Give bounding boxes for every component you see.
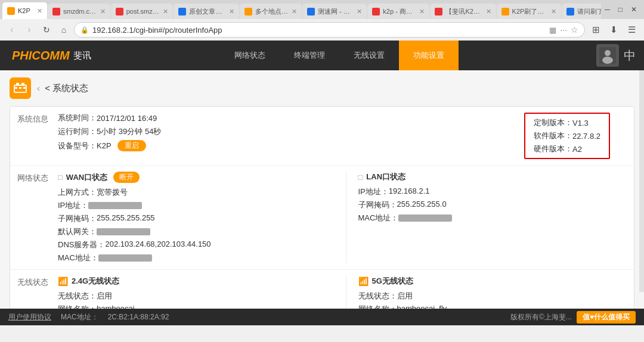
wan-mac-value [98, 254, 152, 262]
wan-title-row: □ WAN口状态 断开 [58, 172, 334, 183]
window-maximize[interactable]: □ [615, 5, 626, 14]
tab-favicon-feixin [435, 8, 442, 15]
ellipsis-icon: ··· [560, 25, 567, 35]
software-version-value: 22.7.8.2 [572, 132, 600, 141]
nav-forward[interactable]: › [22, 23, 36, 37]
custom-version-label: 定制版本： [534, 117, 572, 128]
wan-subnet-label: 子网掩码： [58, 213, 97, 224]
lan-mac-row: MAC地址： [358, 213, 634, 223]
model-label: 设备型号： [58, 141, 97, 151]
toolbar-right: ⊞ ⬇ ☰ [588, 22, 639, 38]
tab-label-k2p: K2P [18, 7, 34, 14]
band5-status-label: 无线状态： [358, 291, 397, 301]
band5-title-row: 📶 5G无线状态 [358, 276, 634, 287]
uptime-row: 运行时间： 5小时 39分钟 54秒 [58, 126, 161, 137]
nav-refresh[interactable]: ↻ [39, 23, 54, 37]
tab-close-smzdm2[interactable]: ✕ [163, 8, 168, 15]
nav-link-wireless[interactable]: 无线设置 [339, 41, 399, 70]
wan-dns-row: DNS服务器： 202.103.24.68,202.103.44.150 [58, 240, 334, 250]
brand-badge: 值♥什么值得买 [577, 311, 636, 324]
tab-feixin[interactable]: 【斐讯K2P】 ✕ [430, 4, 496, 19]
sysinfo-left: 系统时间： 2017/12/01 16:49 运行时间： 5小时 39分钟 54… [58, 113, 161, 151]
window-minimize[interactable]: ─ [601, 5, 614, 14]
tab-close-cewang[interactable]: ✕ [357, 8, 362, 15]
lan-ip-row: IP地址： 192.168.2.1 [358, 186, 634, 197]
tab-yuanchuang[interactable]: 原创文章投... ✕ [174, 4, 239, 19]
svg-rect-9 [23, 87, 26, 89]
extensions-icon[interactable]: ⊞ [588, 22, 603, 38]
lan-title: LAN口状态 [366, 172, 405, 182]
user-agreement-link[interactable]: 用户使用协议 [8, 312, 51, 322]
tab-k2p[interactable]: K2P ✕ [2, 2, 47, 19]
scrollbar[interactable] [639, 70, 644, 292]
router-logo: PHICOMM 斐讯 [12, 49, 91, 63]
user-avatar [596, 44, 619, 67]
status-right: 版权所有©上海斐... 值♥什么值得买 [510, 311, 636, 324]
tab-cewang[interactable]: 测速网 - 在... ✕ [302, 4, 367, 19]
nav-home[interactable]: ⌂ [57, 23, 71, 37]
tab-favicon-k2p-flash [501, 8, 509, 15]
tab-smzdm2[interactable]: post.smzdm ✕ [111, 4, 174, 19]
tab-close-k2p-flash[interactable]: ✕ [551, 8, 556, 15]
wireless-status-content: 📶 2.4G无线状态 无线状态： 启用 网络名称： bamboocai [58, 276, 634, 309]
band24-status-value: 启用 [97, 291, 112, 301]
tab-label-cewang: 测速网 - 在... [318, 7, 354, 16]
nav-link-network[interactable]: 网络状态 [220, 41, 280, 70]
browser-window: K2P ✕ smzdm.com ✕ post.smzdm ✕ 原创文章投... … [0, 0, 644, 325]
downloads-icon[interactable]: ⬇ [606, 22, 621, 38]
band5-title: 5G无线状态 [372, 276, 413, 287]
band5-ssid-row: 网络名称： bamboocai_fly [358, 304, 634, 309]
lan-icon: □ [358, 173, 363, 182]
lan-subnet-row: 子网掩码： 255.255.255.0 [358, 200, 634, 210]
brand-badge-text: 值♥什么值得买 [583, 313, 630, 321]
wan-ip-label: IP地址： [58, 200, 88, 211]
qr-icon: ▦ [549, 26, 556, 35]
nav-back[interactable]: ‹ [5, 23, 19, 37]
wan-dns-value: 202.103.24.68,202.103.44.150 [105, 240, 210, 250]
disconnect-button[interactable]: 断开 [113, 172, 140, 183]
star-icon[interactable]: ☆ [571, 25, 578, 35]
hardware-version-label: 硬件版本： [534, 144, 572, 154]
model-row: 设备型号： K2P 重启 [58, 140, 161, 151]
tab-favicon-k2p [7, 7, 15, 15]
tab-close-smzdm1[interactable]: ✕ [100, 8, 106, 15]
tab-close-feixin[interactable]: ✕ [486, 8, 491, 15]
tab-label-k2p-flash: K2P刷了大... [512, 7, 548, 16]
address-bar[interactable]: 🔒 192.168.2.1/cgi-bin#/pc/routerInfoApp … [74, 22, 585, 38]
status-bar: 用户使用协议 MAC地址： 2C:B2:1A:88:2A:92 版权所有©上海斐… [0, 309, 644, 325]
content-area: ‹ < 系统状态 系统信息 系统时间： 2017/12/01 16:49 [0, 70, 644, 309]
uptime-value: 5小时 39分钟 54秒 [97, 126, 161, 137]
logo-phicomm: PHICOMM [12, 49, 70, 63]
wan-wifi-icon: □ [58, 173, 63, 182]
band5-status: 📶 5G无线状态 无线状态： 启用 网络名称： bamboocai_fly [346, 276, 634, 309]
wan-mac-row: MAC地址： [58, 253, 334, 263]
software-version-label: 软件版本： [534, 130, 572, 141]
svg-rect-6 [21, 83, 24, 86]
tab-dige[interactable]: 多个地点pin ✕ [240, 4, 302, 19]
menu-icon[interactable]: ☰ [624, 22, 639, 38]
system-info-content: 系统时间： 2017/12/01 16:49 运行时间： 5小时 39分钟 54… [58, 113, 634, 159]
tab-jd-k2p[interactable]: k2p - 商品... ✕ [367, 4, 429, 19]
svg-point-2 [602, 57, 613, 64]
tab-label-dige: 多个地点pin [255, 7, 289, 16]
network-status-label: 网络状态 [10, 172, 58, 263]
lan-title-row: □ LAN口状态 [358, 172, 634, 182]
tab-k2p-flash[interactable]: K2P刷了大... ✕ [497, 4, 561, 19]
router-ui: PHICOMM 斐讯 网络状态 终端管理 无线设置 功能设置 中 [0, 41, 644, 325]
tab-close-jd-k2p[interactable]: ✕ [419, 8, 425, 15]
window-close[interactable]: ✕ [627, 5, 640, 14]
nav-link-function[interactable]: 功能设置 [399, 41, 459, 70]
tab-smzdm1[interactable]: smzdm.com ✕ [48, 4, 110, 19]
uptime-label: 运行时间： [58, 126, 97, 137]
reboot-button[interactable]: 重启 [117, 140, 146, 151]
band24-ssid-label: 网络名称： [58, 304, 97, 309]
tab-close-yuanchuang[interactable]: ✕ [229, 8, 234, 15]
wan-title: WAN口状态 [66, 172, 107, 183]
tab-close-k2p[interactable]: ✕ [37, 7, 42, 15]
software-version-row: 软件版本： 22.7.8.2 [534, 130, 600, 141]
tab-favicon-cewang [307, 8, 315, 15]
wan-gateway-row: 默认网关： [58, 226, 334, 237]
nav-link-terminal[interactable]: 终端管理 [280, 41, 339, 70]
tab-close-dige[interactable]: ✕ [292, 8, 297, 15]
system-info-section: 系统信息 系统时间： 2017/12/01 16:49 运行时间： 5小时 39… [10, 107, 634, 166]
